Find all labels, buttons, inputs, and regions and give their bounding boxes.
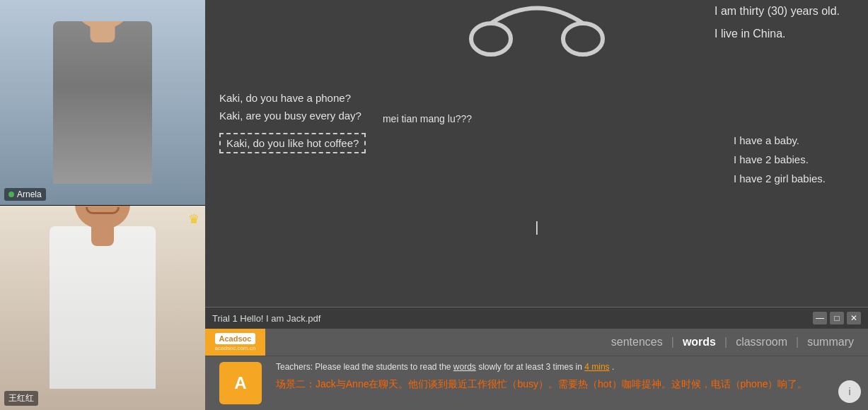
webcam-bottom-label: 王红红 bbox=[4, 391, 38, 406]
webcam-top-label: Arnela bbox=[4, 188, 46, 201]
pdf-text-content: Teachers: Please lead the students to re… bbox=[276, 362, 854, 393]
webcam-top: Arnela bbox=[0, 0, 205, 206]
content-area: I am thirty (30) years old. I live in Ch… bbox=[205, 0, 868, 410]
right-list: I have a baby. I have 2 babies. I have 2… bbox=[734, 131, 826, 188]
slide-top-text: I am thirty (30) years old. I live in Ch… bbox=[714, 0, 840, 45]
pdf-body-logo: A bbox=[219, 362, 262, 404]
pdf-tabs: sentences | words | classroom | summary bbox=[265, 334, 868, 350]
pdf-titlebar: Trial 1 Hello! I am Jack.pdf — □ ✕ bbox=[205, 308, 868, 329]
webcam-bottom: ♛ 王红红 bbox=[0, 206, 205, 411]
instruction-time-highlight: 4 mins bbox=[584, 362, 609, 372]
tab-words[interactable]: words bbox=[680, 334, 719, 350]
slide-line-2: I live in China. bbox=[714, 23, 840, 45]
slide-line-1: I am thirty (30) years old. bbox=[714, 0, 840, 23]
main-area: Arnela bbox=[0, 0, 868, 410]
slide-area: I am thirty (30) years old. I live in Ch… bbox=[205, 0, 868, 307]
list-item-3: I have 2 girl babies. bbox=[734, 169, 826, 188]
tab-classroom[interactable]: classroom bbox=[733, 334, 790, 350]
instruction-word-highlight: words bbox=[453, 362, 476, 372]
pdf-chinese-text: 场景二：Jack与Anne在聊天。他们谈到最近工作很忙（busy）。需要热（ho… bbox=[276, 376, 854, 393]
brand-url: acadsoc.com.cn bbox=[215, 345, 256, 351]
list-item-1: I have a baby. bbox=[734, 131, 826, 150]
pdf-nav-row: Acadsoc acadsoc.com.cn sentences | words… bbox=[205, 329, 868, 356]
pdf-close-button[interactable]: ✕ bbox=[847, 312, 861, 324]
pdf-title: Trial 1 Hello! I am Jack.pdf bbox=[212, 313, 320, 324]
tab-summary[interactable]: summary bbox=[804, 334, 857, 350]
tab-sentences[interactable]: sentences bbox=[608, 334, 666, 350]
headphone-illustration bbox=[459, 0, 615, 59]
person-bg-bottom bbox=[0, 206, 205, 411]
pdf-instruction: Teachers: Please lead the students to re… bbox=[276, 362, 854, 372]
question-2: Kaki, are you busy every day? bbox=[219, 110, 361, 122]
question-3: Kaki, do you like hot coffee? bbox=[226, 137, 359, 149]
cursor: | bbox=[535, 219, 538, 235]
chinese-question: mei tian mang lu??? bbox=[383, 113, 472, 124]
brand-logo: Acadsoc bbox=[215, 333, 256, 344]
brand-name: Acadsoc bbox=[219, 334, 252, 343]
online-indicator bbox=[8, 192, 14, 197]
svg-point-0 bbox=[471, 23, 511, 54]
logo-letter: A bbox=[234, 373, 246, 393]
questions-block: Kaki, do you have a phone? Kaki, are you… bbox=[219, 92, 472, 153]
pdf-maximize-button[interactable]: □ bbox=[830, 312, 844, 324]
webcam-sidebar: Arnela bbox=[0, 0, 205, 410]
crown-icon: ♛ bbox=[188, 211, 199, 227]
question-1: Kaki, do you have a phone? bbox=[219, 92, 472, 104]
pdf-controls[interactable]: — □ ✕ bbox=[813, 312, 861, 324]
question-3-box: Kaki, do you like hot coffee? bbox=[219, 133, 366, 153]
acadsoc-branding: Acadsoc acadsoc.com.cn bbox=[205, 329, 265, 356]
list-item-2: I have 2 babies. bbox=[734, 150, 826, 169]
top-person-name: Arnela bbox=[17, 189, 42, 199]
pdf-body: A Teachers: Please lead the students to … bbox=[205, 356, 868, 410]
person-bg-top bbox=[0, 0, 205, 205]
bottom-person-name: 王红红 bbox=[8, 393, 34, 403]
pdf-minimize-button[interactable]: — bbox=[813, 312, 827, 324]
svg-point-1 bbox=[563, 23, 603, 54]
pdf-panel: Trial 1 Hello! I am Jack.pdf — □ ✕ Acads… bbox=[205, 307, 868, 410]
circle-info-icon[interactable]: i bbox=[838, 380, 861, 403]
